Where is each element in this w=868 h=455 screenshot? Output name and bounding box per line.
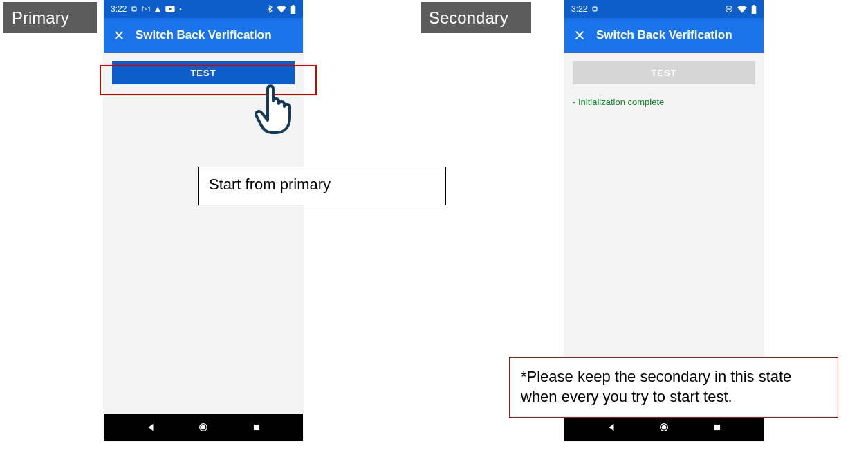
svg-rect-3 bbox=[293, 5, 295, 6]
tag-secondary: Secondary bbox=[421, 2, 531, 33]
wifi-icon bbox=[737, 6, 747, 13]
svg-rect-14 bbox=[714, 425, 719, 430]
test-button: TEST bbox=[573, 61, 755, 84]
appbar-title: Switch Back Verification bbox=[596, 28, 732, 42]
wifi-icon bbox=[277, 6, 286, 13]
more-icon: • bbox=[179, 6, 182, 13]
close-icon[interactable] bbox=[574, 30, 585, 41]
screenshot-icon bbox=[591, 6, 598, 12]
navbar bbox=[104, 414, 303, 441]
callout-secondary: *Please keep the secondary in this state… bbox=[509, 357, 838, 418]
navbar bbox=[564, 414, 764, 441]
appbar-title: Switch Back Verification bbox=[136, 28, 272, 42]
svg-rect-2 bbox=[291, 6, 296, 14]
nav-back-icon[interactable] bbox=[145, 421, 157, 434]
phone-primary: 3:22 • bbox=[104, 0, 303, 441]
close-icon[interactable] bbox=[113, 30, 124, 41]
svg-rect-11 bbox=[753, 5, 755, 6]
dnd-icon bbox=[725, 5, 733, 13]
bluetooth-icon bbox=[267, 5, 273, 13]
svg-rect-7 bbox=[593, 7, 597, 11]
appbar: Switch Back Verification bbox=[104, 18, 303, 53]
appbar: Switch Back Verification bbox=[564, 18, 764, 53]
statusbar-time: 3:22 bbox=[111, 4, 127, 14]
svg-rect-6 bbox=[253, 425, 259, 430]
status-message: - Initialization complete bbox=[573, 97, 755, 107]
statusbar: 3:22 bbox=[564, 0, 764, 18]
battery-icon bbox=[751, 5, 757, 14]
signal-icon bbox=[154, 6, 161, 12]
battery-icon bbox=[290, 5, 296, 14]
test-button[interactable]: TEST bbox=[112, 61, 295, 84]
screenshot-icon bbox=[131, 6, 138, 12]
nav-home-icon[interactable] bbox=[197, 421, 210, 434]
svg-point-13 bbox=[662, 425, 665, 429]
youtube-icon bbox=[165, 6, 175, 12]
svg-rect-10 bbox=[752, 6, 757, 14]
tag-primary: Primary bbox=[3, 2, 97, 33]
svg-rect-0 bbox=[132, 7, 136, 11]
content-area: TEST bbox=[104, 53, 303, 414]
nav-recent-icon[interactable] bbox=[250, 421, 263, 434]
gmail-icon bbox=[142, 6, 150, 12]
statusbar-time: 3:22 bbox=[571, 4, 587, 14]
nav-recent-icon[interactable] bbox=[711, 421, 723, 434]
callout-primary: Start from primary bbox=[198, 167, 446, 205]
statusbar: 3:22 • bbox=[104, 0, 303, 18]
nav-home-icon[interactable] bbox=[658, 421, 670, 434]
nav-back-icon[interactable] bbox=[605, 421, 618, 434]
svg-point-5 bbox=[201, 425, 205, 429]
